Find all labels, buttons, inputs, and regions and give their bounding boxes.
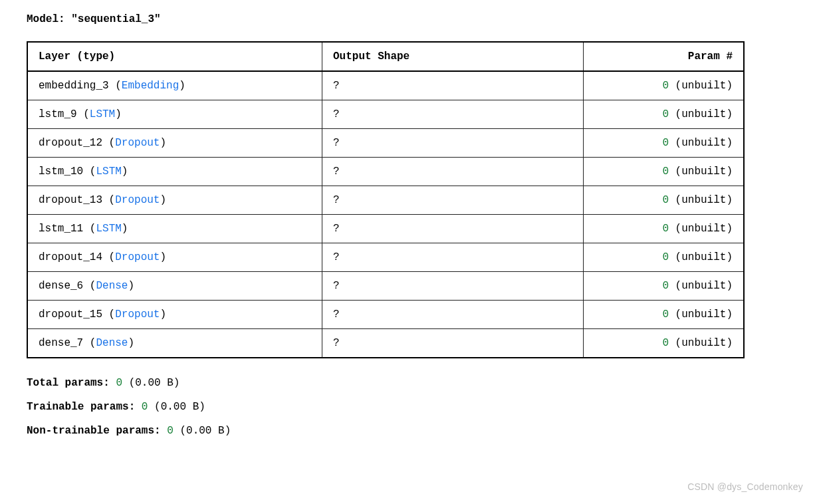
col-header-layer: Layer (type) [27,42,322,71]
table-row: dropout_12 (Dropout)?0 (unbuilt) [27,129,744,158]
layer-cell: lstm_10 (LSTM) [27,158,322,186]
trainable-params-zero: 0 [142,401,148,413]
trainable-params-label: Trainable params: [27,401,142,413]
output-shape-cell: ? [322,215,584,243]
output-shape-cell: ? [322,186,584,215]
layer-type: Dense [96,337,128,349]
layer-name: dense_7 ( [39,337,96,349]
layer-type: Dense [96,280,128,292]
nontrainable-params: Non-trainable params: 0 (0.00 B) [27,425,792,437]
layer-type: Dropout [115,251,160,263]
param-zero: 0 [662,166,669,178]
param-cell: 0 (unbuilt) [584,158,745,186]
trainable-params-suffix: (0.00 B) [148,401,205,413]
param-zero: 0 [662,223,669,235]
layer-type: Embedding [122,80,179,92]
model-name-header: Model: "sequential_3" [27,13,792,25]
layer-cell: embedding_3 (Embedding) [27,71,322,100]
param-cell: 0 (unbuilt) [584,129,745,158]
layer-type: LSTM [90,108,115,120]
layer-name-close: ) [128,280,134,292]
param-zero: 0 [662,137,669,149]
param-unbuilt: (unbuilt) [669,309,733,320]
output-shape-cell: ? [322,71,584,100]
layer-name: dropout_14 ( [39,251,115,263]
param-unbuilt: (unbuilt) [669,223,733,235]
layer-cell: lstm_9 (LSTM) [27,100,322,129]
layer-cell: dropout_14 (Dropout) [27,243,322,272]
totals-block: Total params: 0 (0.00 B) Trainable param… [27,377,792,437]
layer-name-close: ) [115,108,122,120]
layer-name: lstm_9 ( [39,108,90,120]
layer-type: Dropout [115,194,160,206]
param-zero: 0 [662,108,669,120]
param-zero: 0 [662,80,669,92]
layer-name-close: ) [122,166,128,178]
table-row: lstm_10 (LSTM)?0 (unbuilt) [27,158,744,186]
table-row: dense_7 (Dense)?0 (unbuilt) [27,329,744,358]
table-header-row: Layer (type) Output Shape Param # [27,42,744,71]
param-unbuilt: (unbuilt) [669,251,733,263]
layer-name: lstm_11 ( [39,223,96,235]
layer-name-close: ) [160,194,166,206]
layer-type: Dropout [115,137,160,149]
model-summary-table: Layer (type) Output Shape Param # embedd… [27,41,745,358]
param-zero: 0 [662,309,669,320]
layer-name: dropout_12 ( [39,137,115,149]
layer-name-close: ) [160,309,166,320]
param-cell: 0 (unbuilt) [584,329,745,358]
table-row: dropout_15 (Dropout)?0 (unbuilt) [27,301,744,329]
total-params-zero: 0 [116,377,122,389]
layer-cell: dropout_15 (Dropout) [27,301,322,329]
param-zero: 0 [662,280,669,292]
output-shape-cell: ? [322,129,584,158]
param-unbuilt: (unbuilt) [669,280,733,292]
layer-name: dropout_15 ( [39,309,115,320]
total-params: Total params: 0 (0.00 B) [27,377,792,389]
layer-type: LSTM [96,223,121,235]
layer-cell: dense_6 (Dense) [27,272,322,301]
layer-cell: dropout_12 (Dropout) [27,129,322,158]
col-header-output: Output Shape [322,42,584,71]
layer-name-close: ) [160,251,166,263]
layer-cell: lstm_11 (LSTM) [27,215,322,243]
layer-name: lstm_10 ( [39,166,96,178]
param-zero: 0 [662,194,669,206]
output-shape-cell: ? [322,329,584,358]
nontrainable-params-zero: 0 [167,425,174,437]
param-cell: 0 (unbuilt) [584,243,745,272]
param-cell: 0 (unbuilt) [584,100,745,129]
output-shape-cell: ? [322,158,584,186]
table-row: dense_6 (Dense)?0 (unbuilt) [27,272,744,301]
output-shape-cell: ? [322,272,584,301]
trainable-params: Trainable params: 0 (0.00 B) [27,401,792,413]
layer-name: dense_6 ( [39,280,96,292]
layer-name-close: ) [128,337,134,349]
total-params-label: Total params: [27,377,116,389]
param-unbuilt: (unbuilt) [669,166,733,178]
param-unbuilt: (unbuilt) [669,108,733,120]
total-params-suffix: (0.00 B) [122,377,179,389]
layer-cell: dense_7 (Dense) [27,329,322,358]
param-unbuilt: (unbuilt) [669,337,733,349]
table-row: lstm_9 (LSTM)?0 (unbuilt) [27,100,744,129]
table-row: dropout_13 (Dropout)?0 (unbuilt) [27,186,744,215]
layer-cell: dropout_13 (Dropout) [27,186,322,215]
param-unbuilt: (unbuilt) [669,194,733,206]
output-shape-cell: ? [322,100,584,129]
table-row: lstm_11 (LSTM)?0 (unbuilt) [27,215,744,243]
layer-type: Dropout [115,309,160,320]
param-cell: 0 (unbuilt) [584,186,745,215]
layer-name-close: ) [122,223,128,235]
param-cell: 0 (unbuilt) [584,272,745,301]
layer-name: embedding_3 ( [39,80,122,92]
nontrainable-params-label: Non-trainable params: [27,425,167,437]
nontrainable-params-suffix: (0.00 B) [174,425,231,437]
table-row: dropout_14 (Dropout)?0 (unbuilt) [27,243,744,272]
output-shape-cell: ? [322,301,584,329]
param-unbuilt: (unbuilt) [669,137,733,149]
layer-type: LSTM [96,166,121,178]
param-zero: 0 [662,251,669,263]
param-unbuilt: (unbuilt) [669,80,733,92]
col-header-param: Param # [584,42,745,71]
